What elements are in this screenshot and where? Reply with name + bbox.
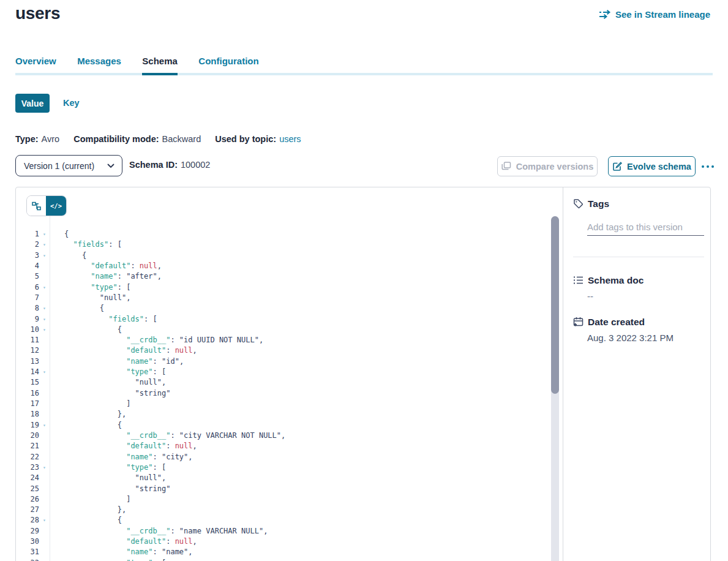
schema-doc-title: Schema doc: [588, 275, 644, 286]
fold-toggle-icon[interactable]: ▾: [39, 462, 50, 473]
topic-link[interactable]: users: [279, 134, 301, 144]
ellipsis-icon: [702, 165, 704, 168]
schema-meta-row: Type: Avro Compatibility mode: Backward …: [15, 134, 301, 144]
code-text: "type": [: [64, 367, 166, 377]
compatibility-label: Compatibility mode:: [73, 134, 159, 144]
code-line: 23▾ "type": [: [16, 462, 549, 473]
code-text: "__crdb__": "name VARCHAR NULL",: [64, 526, 268, 537]
code-line: 31 "name": "name",: [16, 547, 549, 557]
line-number: 26: [16, 494, 39, 505]
fold-toggle-icon[interactable]: ▾: [39, 314, 50, 325]
tags-section-header: Tags: [573, 198, 609, 209]
code-line: 25 "string": [16, 484, 549, 494]
line-number: 21: [16, 441, 39, 451]
fold-spacer: [39, 484, 50, 494]
value-toggle-button[interactable]: Value: [15, 94, 50, 113]
code-text: "default": null,: [64, 537, 197, 547]
tab-configuration[interactable]: Configuration: [198, 55, 258, 67]
line-number: 17: [16, 399, 39, 409]
page-title: users: [15, 4, 60, 23]
tree-view-button[interactable]: [27, 196, 46, 216]
stream-lineage-link[interactable]: See in Stream lineage: [599, 9, 710, 20]
code-line: 16 "string": [16, 388, 549, 399]
bullet-list-icon: [573, 275, 584, 285]
type-label: Type:: [15, 134, 39, 144]
tab-schema[interactable]: Schema: [142, 55, 178, 67]
line-number: 14: [16, 367, 39, 377]
fold-toggle-icon[interactable]: ▾: [39, 325, 50, 335]
code-line: 11 "__crdb__": "id UUID NOT NULL",: [16, 335, 549, 345]
tab-messages[interactable]: Messages: [77, 55, 121, 67]
fold-toggle-icon[interactable]: ▾: [39, 303, 50, 314]
code-line: 9▾ "fields": [: [16, 314, 549, 325]
line-number: 29: [16, 526, 39, 537]
line-number: 5: [16, 271, 39, 282]
line-number: 3: [16, 250, 39, 261]
schema-sidebar: Tags Schema doc --: [573, 187, 704, 561]
fold-toggle-icon[interactable]: ▾: [39, 515, 50, 525]
fold-toggle-icon[interactable]: ▾: [39, 282, 50, 293]
code-text: "name": "id",: [64, 356, 184, 367]
schema-id-value: 100002: [181, 160, 210, 170]
code-text: "null",: [64, 473, 166, 483]
code-view-button[interactable]: </>: [46, 196, 66, 216]
sidebar-divider: [573, 257, 704, 257]
line-number: 19: [16, 420, 39, 431]
code-line: 13 "name": "id",: [16, 356, 549, 367]
code-text: "type": [: [64, 462, 166, 473]
line-number: 15: [16, 377, 39, 388]
fold-toggle-icon[interactable]: ▾: [39, 558, 50, 561]
fold-spacer: [39, 526, 50, 537]
code-text: "name": "after",: [64, 271, 162, 282]
version-select[interactable]: Version 1 (current): [15, 155, 122, 176]
code-line: 27 },: [16, 505, 549, 515]
tab-bar: Overview Messages Schema Configuration: [15, 55, 713, 75]
fold-spacer: [39, 261, 50, 271]
evolve-schema-button[interactable]: Evolve schema: [608, 156, 696, 176]
fold-toggle-icon[interactable]: ▾: [39, 250, 50, 261]
code-line: 15 "null",: [16, 377, 549, 388]
fold-spacer: [39, 494, 50, 505]
schema-card: </> 1▾{2▾ "fields": [3▾ {4 "default": nu…: [15, 187, 711, 561]
code-line: 4 "default": null,: [16, 261, 549, 271]
code-line: 6▾ "type": [: [16, 282, 549, 293]
code-text: "__crdb__": "city VARCHAR NOT NULL",: [64, 431, 285, 441]
code-text: {: [64, 303, 104, 314]
edit-icon: [612, 162, 622, 171]
code-line: 28▾ {: [16, 515, 549, 525]
line-number: 6: [16, 282, 39, 293]
stream-lineage-icon: [599, 10, 611, 19]
line-number: 22: [16, 452, 39, 462]
line-number: 23: [16, 462, 39, 473]
code-text: "type": [: [64, 558, 166, 561]
line-number: 7: [16, 293, 39, 303]
code-text: "__crdb__": "id UUID NOT NULL",: [64, 335, 263, 345]
fold-toggle-icon[interactable]: ▾: [39, 239, 50, 250]
line-number: 20: [16, 431, 39, 441]
panel-divider: [563, 187, 563, 561]
line-number: 18: [16, 409, 39, 420]
code-line: 30 "default": null,: [16, 537, 549, 547]
code-text: "name": "name",: [64, 547, 193, 557]
fold-toggle-icon[interactable]: ▾: [39, 229, 50, 239]
fold-spacer: [39, 452, 50, 462]
code-line: 26 ]: [16, 494, 549, 505]
add-tags-input[interactable]: [587, 218, 704, 236]
tab-overview[interactable]: Overview: [15, 55, 56, 67]
tab-track: [15, 73, 713, 75]
fold-toggle-icon[interactable]: ▾: [39, 420, 50, 431]
used-by-topic-label: Used by topic:: [215, 134, 276, 144]
line-number: 12: [16, 345, 39, 356]
more-options-button[interactable]: [702, 161, 719, 172]
editor-scrollbar-thumb[interactable]: [551, 216, 559, 394]
line-number: 32: [16, 558, 39, 561]
key-toggle-button[interactable]: Key: [63, 98, 80, 108]
code-line: 1▾{: [16, 229, 549, 239]
compare-versions-button[interactable]: Compare versions: [497, 156, 598, 176]
code-line: 3▾ {: [16, 250, 549, 261]
code-line: 5 "name": "after",: [16, 271, 549, 282]
fold-spacer: [39, 377, 50, 388]
line-number: 30: [16, 537, 39, 547]
fold-spacer: [39, 473, 50, 483]
fold-toggle-icon[interactable]: ▾: [39, 367, 50, 377]
